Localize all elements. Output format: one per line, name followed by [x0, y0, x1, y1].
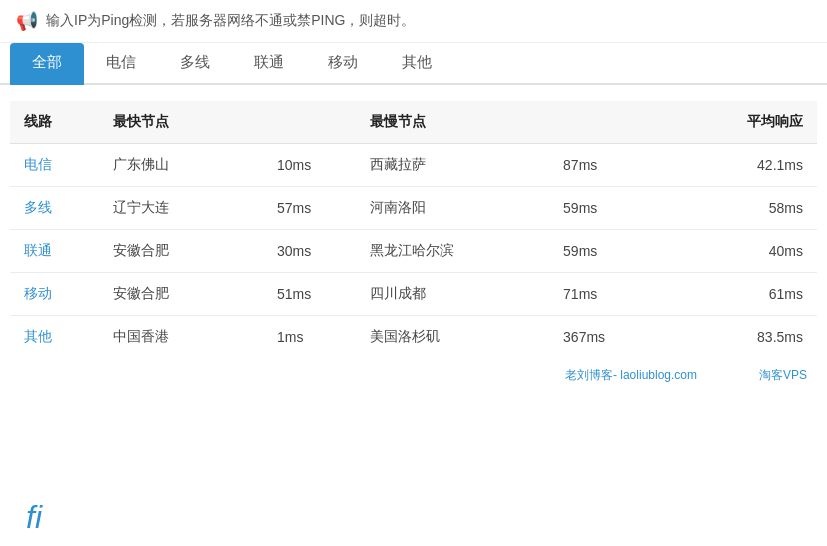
cell-slowest-ms: 59ms: [549, 187, 668, 230]
header-line: 线路: [10, 101, 99, 144]
cell-slowest-ms: 87ms: [549, 144, 668, 187]
tab-multiline[interactable]: 多线: [158, 43, 232, 85]
table-row: 多线辽宁大连57ms河南洛阳59ms58ms: [10, 187, 817, 230]
header-fastest-node: 最快节点: [99, 101, 263, 144]
tab-unicom[interactable]: 联通: [232, 43, 306, 85]
cell-fastest-city: 辽宁大连: [99, 187, 263, 230]
cell-slowest-ms: 367ms: [549, 316, 668, 359]
notice-bar: 📢 输入IP为Ping检测，若服务器网络不通或禁PING，则超时。: [0, 0, 827, 43]
table-header-row: 线路 最快节点 最慢节点 平均响应: [10, 101, 817, 144]
table-row: 电信广东佛山10ms西藏拉萨87ms42.1ms: [10, 144, 817, 187]
tab-mobile[interactable]: 移动: [306, 43, 380, 85]
watermark-text2: 淘客VPS: [759, 367, 807, 384]
cell-fastest-city: 中国香港: [99, 316, 263, 359]
cell-fastest-ms: 10ms: [263, 144, 356, 187]
notice-text: 输入IP为Ping检测，若服务器网络不通或禁PING，则超时。: [46, 12, 415, 30]
cell-slowest-city: 美国洛杉矶: [356, 316, 549, 359]
header-slowest-node: 最慢节点: [356, 101, 549, 144]
cell-fastest-ms: 30ms: [263, 230, 356, 273]
fi-text-area: fi: [10, 499, 58, 536]
cell-fastest-ms: 51ms: [263, 273, 356, 316]
table-wrapper: 线路 最快节点 最慢节点 平均响应 电信广东佛山10ms西藏拉萨87ms42.1…: [0, 85, 827, 394]
ping-table: 线路 最快节点 最慢节点 平均响应 电信广东佛山10ms西藏拉萨87ms42.1…: [10, 101, 817, 358]
cell-slowest-ms: 59ms: [549, 230, 668, 273]
cell-avg-response: 42.1ms: [668, 144, 817, 187]
tab-other[interactable]: 其他: [380, 43, 454, 85]
cell-fastest-city: 广东佛山: [99, 144, 263, 187]
cell-avg-response: 61ms: [668, 273, 817, 316]
cell-fastest-city: 安徽合肥: [99, 273, 263, 316]
cell-slowest-city: 河南洛阳: [356, 187, 549, 230]
cell-avg-response: 83.5ms: [668, 316, 817, 359]
cell-fastest-city: 安徽合肥: [99, 230, 263, 273]
header-avg-response: 平均响应: [668, 101, 817, 144]
header-fastest-ms: [263, 101, 356, 144]
header-slowest-ms: [549, 101, 668, 144]
watermark-area: 老刘博客- laoliublog.com 淘客VPS: [10, 362, 817, 384]
cell-line[interactable]: 移动: [10, 273, 99, 316]
notice-icon: 📢: [16, 10, 38, 32]
tab-bar: 全部 电信 多线 联通 移动 其他: [0, 43, 827, 85]
fi-text: fi: [10, 489, 58, 545]
cell-slowest-city: 黑龙江哈尔滨: [356, 230, 549, 273]
table-row: 其他中国香港1ms美国洛杉矶367ms83.5ms: [10, 316, 817, 359]
cell-slowest-ms: 71ms: [549, 273, 668, 316]
cell-slowest-city: 四川成都: [356, 273, 549, 316]
cell-fastest-ms: 57ms: [263, 187, 356, 230]
table-row: 联通安徽合肥30ms黑龙江哈尔滨59ms40ms: [10, 230, 817, 273]
cell-line[interactable]: 联通: [10, 230, 99, 273]
watermark-text1: 老刘博客- laoliublog.com: [565, 367, 697, 384]
tab-telecom[interactable]: 电信: [84, 43, 158, 85]
tab-all[interactable]: 全部: [10, 43, 84, 85]
cell-line[interactable]: 其他: [10, 316, 99, 359]
cell-avg-response: 58ms: [668, 187, 817, 230]
cell-slowest-city: 西藏拉萨: [356, 144, 549, 187]
cell-avg-response: 40ms: [668, 230, 817, 273]
table-row: 移动安徽合肥51ms四川成都71ms61ms: [10, 273, 817, 316]
cell-line[interactable]: 电信: [10, 144, 99, 187]
cell-fastest-ms: 1ms: [263, 316, 356, 359]
cell-line[interactable]: 多线: [10, 187, 99, 230]
